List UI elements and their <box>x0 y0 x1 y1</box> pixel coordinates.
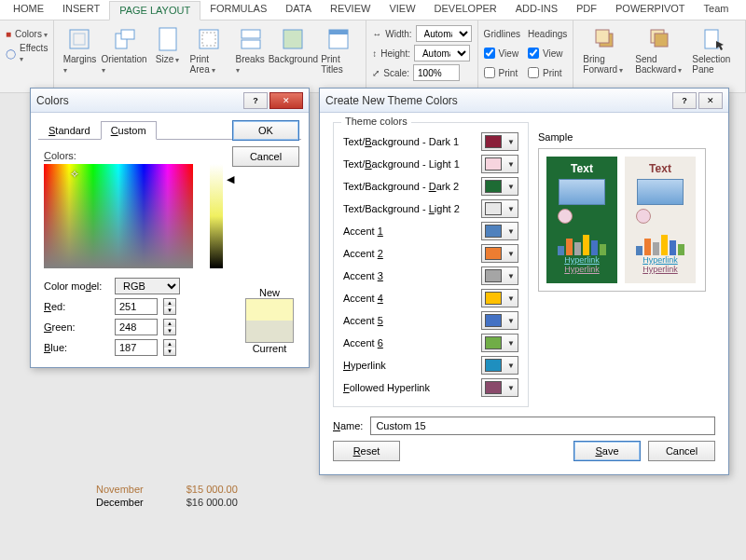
theme-color-label: Text/Background - Light 1 <box>343 158 474 170</box>
themes-colors[interactable]: ■Colors <box>6 24 48 43</box>
theme-color-picker[interactable]: ▼ <box>481 311 518 330</box>
tab-data[interactable]: DATA <box>276 0 321 20</box>
send-backward-button[interactable]: Send Backward <box>631 24 688 76</box>
theme-color-label: Accent 6 <box>343 337 474 348</box>
theme-color-picker[interactable]: ▼ <box>481 244 518 263</box>
theme-colors-group-title: Theme colors <box>341 116 411 127</box>
tab-insert[interactable]: INSERT <box>53 0 109 20</box>
svg-rect-13 <box>596 30 609 43</box>
svg-rect-4 <box>159 28 176 50</box>
svg-rect-7 <box>242 30 260 38</box>
theme-color-row: Text/Background - Light 1▼ <box>343 153 518 175</box>
color-model-select[interactable]: RGB <box>115 278 180 294</box>
green-input[interactable] <box>115 319 158 335</box>
tab-formulas[interactable]: FORMULAS <box>200 0 276 20</box>
colors-help-button[interactable]: ? <box>243 92 268 109</box>
cancel-button[interactable]: Cancel <box>648 441 715 461</box>
bring-forward-button[interactable]: Bring Forward <box>579 24 631 76</box>
theme-color-picker[interactable]: ▼ <box>481 155 518 173</box>
svg-rect-11 <box>329 30 348 34</box>
blue-input[interactable] <box>115 339 158 356</box>
tab-team[interactable]: Team <box>695 0 739 20</box>
theme-color-picker[interactable]: ▼ <box>481 222 518 240</box>
theme-close-button[interactable]: ✕ <box>698 92 723 109</box>
cell-december[interactable]: December <box>93 496 146 509</box>
tab-page-layout[interactable]: PAGE LAYOUT <box>109 1 200 20</box>
gridlines-print-check[interactable] <box>484 67 495 78</box>
tab-review[interactable]: REVIEW <box>321 0 380 20</box>
theme-color-label: Accent 3 <box>343 270 474 281</box>
color-spectrum[interactable]: ✧ <box>44 164 193 268</box>
theme-color-picker[interactable]: ▼ <box>481 132 518 151</box>
sample-preview: Text Hyperlink Hyperlink Text Hyperlink … <box>538 148 706 292</box>
green-spinner[interactable]: ▲▼ <box>163 319 176 335</box>
reset-button[interactable]: Reset <box>333 441 400 461</box>
colors-close-button[interactable]: ✕ <box>269 92 303 109</box>
tab-standard[interactable]: Standard <box>38 121 101 140</box>
tab-developer[interactable]: DEVELOPER <box>425 0 506 20</box>
tab-addins[interactable]: ADD-INS <box>506 0 567 20</box>
headings-view-check[interactable] <box>528 48 539 59</box>
width-label: ↔ <box>372 29 381 39</box>
theme-color-row: Accent 3▼ <box>343 265 518 287</box>
colors-ok-button[interactable]: OK <box>232 120 299 141</box>
blue-spinner[interactable]: ▲▼ <box>163 339 176 356</box>
tab-pdf[interactable]: PDF <box>567 0 606 20</box>
colors-dialog: Colors ? ✕ Standard Custom OK Cancel Col… <box>30 88 310 368</box>
print-titles-icon <box>325 26 352 52</box>
tab-home[interactable]: HOME <box>4 0 53 20</box>
size-button[interactable]: Size <box>149 24 186 66</box>
theme-color-picker[interactable]: ▼ <box>481 356 518 375</box>
headings-print-check[interactable] <box>528 67 539 78</box>
cell-nov-val[interactable]: $15 000.00 <box>184 483 241 496</box>
current-label: Current <box>245 343 294 354</box>
selection-pane-button[interactable]: Selection Pane <box>688 24 739 76</box>
cell-november[interactable]: November <box>93 483 146 496</box>
new-current-swatch <box>245 298 294 343</box>
ribbon-tabs: HOME INSERT PAGE LAYOUT FORMULAS DATA RE… <box>0 0 746 20</box>
gridlines-view-check[interactable] <box>484 48 495 59</box>
theme-color-picker[interactable]: ▼ <box>481 334 518 352</box>
theme-color-picker[interactable]: ▼ <box>481 378 518 397</box>
theme-dialog-title: Create New Theme Colors <box>325 94 670 107</box>
margins-button[interactable]: Margins <box>60 24 99 76</box>
theme-color-label: Text/Background - Dark 2 <box>343 181 474 192</box>
theme-color-label: Hyperlink <box>343 360 474 371</box>
theme-help-button[interactable]: ? <box>672 92 697 109</box>
theme-color-row: Accent 1▼ <box>343 220 518 242</box>
theme-colors-dialog: Create New Theme Colors ? ✕ Theme colors… <box>319 88 729 475</box>
cell-dec-val[interactable]: $16 000.00 <box>184 496 241 509</box>
theme-color-picker[interactable]: ▼ <box>481 199 518 218</box>
luminance-pointer-icon: ◀ <box>227 173 234 185</box>
height-select[interactable]: Automatic <box>414 45 470 61</box>
background-button[interactable]: Background <box>269 24 318 66</box>
theme-name-input[interactable] <box>370 417 715 435</box>
luminance-bar[interactable] <box>210 164 223 268</box>
theme-color-picker[interactable]: ▼ <box>481 289 518 307</box>
orientation-button[interactable]: Orientation <box>100 24 149 76</box>
colors-dialog-title: Colors <box>36 94 242 107</box>
width-select[interactable]: Automatic <box>416 25 472 42</box>
theme-color-picker[interactable]: ▼ <box>481 177 518 196</box>
breaks-button[interactable]: Breaks <box>232 24 269 76</box>
scale-input[interactable] <box>413 64 460 81</box>
theme-color-row: Accent 2▼ <box>343 242 518 265</box>
size-icon <box>155 26 181 52</box>
print-area-button[interactable]: Print Area <box>186 24 232 76</box>
themes-effects[interactable]: ◯Effects <box>6 44 48 62</box>
tab-custom[interactable]: Custom <box>101 121 157 140</box>
tab-view[interactable]: VIEW <box>380 0 424 20</box>
theme-color-picker[interactable]: ▼ <box>481 266 518 285</box>
save-button[interactable]: Save <box>573 441 641 461</box>
print-titles-button[interactable]: Print Titles <box>317 24 360 76</box>
theme-color-row: Accent 5▼ <box>343 309 518 332</box>
send-backward-icon <box>647 26 673 52</box>
red-input[interactable] <box>115 298 158 315</box>
red-spinner[interactable]: ▲▼ <box>163 298 176 315</box>
new-label: New <box>245 287 294 298</box>
theme-color-row: Followed Hyperlink▼ <box>343 376 518 399</box>
theme-color-label: Accent 1 <box>343 225 474 237</box>
selection-pane-icon <box>701 26 727 52</box>
tab-powerpivot[interactable]: POWERPIVOT <box>606 0 695 20</box>
svg-rect-16 <box>705 30 718 48</box>
